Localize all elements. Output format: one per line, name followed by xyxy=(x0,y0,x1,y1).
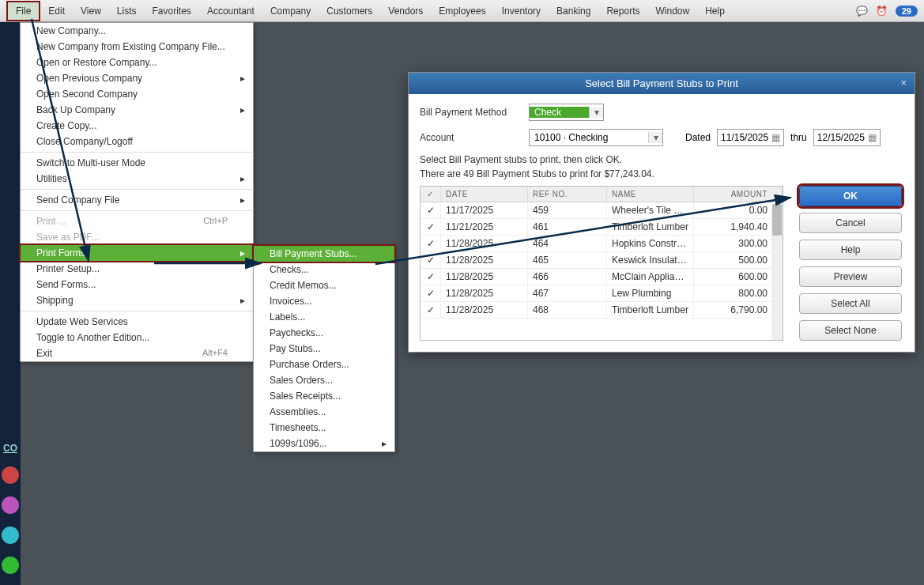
menu-reports[interactable]: Reports xyxy=(598,2,647,20)
dock-co[interactable]: CO xyxy=(3,440,17,457)
table-row[interactable]: ✓ 11/28/2025 465 Keswick Insulation 500.… xyxy=(421,252,783,269)
table-row[interactable]: ✓ 11/28/2025 466 McClain Applianc... 600… xyxy=(421,269,783,285)
file-menu-item[interactable]: Open Previous Company▸ xyxy=(21,70,253,86)
row-date: 11/17/2025 xyxy=(441,202,528,218)
submenu-item[interactable]: Pay Stubs... xyxy=(254,341,394,357)
file-menu-item[interactable]: Create Copy... xyxy=(21,118,253,134)
file-menu-item[interactable]: Open or Restore Company... xyxy=(21,55,253,70)
menu-help[interactable]: Help xyxy=(697,2,733,20)
close-icon[interactable]: × xyxy=(900,77,907,89)
dock-icon-2[interactable] xyxy=(2,496,19,514)
row-check[interactable]: ✓ xyxy=(421,236,441,251)
submenu-item[interactable]: Paychecks... xyxy=(254,325,394,341)
file-menu-item[interactable]: New Company... xyxy=(21,23,253,39)
calendar-icon[interactable]: ▦ xyxy=(868,132,877,143)
col-amount[interactable]: AMOUNT xyxy=(694,187,783,202)
row-check[interactable]: ✓ xyxy=(421,302,441,318)
col-check[interactable]: ✓ xyxy=(421,187,441,202)
table-row[interactable]: ✓ 11/28/2025 468 Timberloft Lumber 6,790… xyxy=(421,302,783,319)
select-none-button[interactable]: Select None xyxy=(799,320,902,341)
date-from-input[interactable]: 11/15/2025 ▦ xyxy=(717,129,784,146)
menu-company[interactable]: Company xyxy=(262,2,319,20)
menu-edit[interactable]: Edit xyxy=(40,2,73,20)
row-check[interactable]: ✓ xyxy=(421,285,441,301)
dock-icon-4[interactable] xyxy=(2,557,19,574)
chat-icon[interactable]: 💬 xyxy=(856,6,868,17)
file-menu-item[interactable]: ExitAlt+F4 xyxy=(21,345,253,361)
submenu-item[interactable]: Invoices... xyxy=(254,293,394,309)
submenu-item[interactable]: Sales Orders... xyxy=(254,372,394,388)
submenu-item[interactable]: Purchase Orders... xyxy=(254,357,394,372)
submenu-item[interactable]: 1099s/1096...▸ xyxy=(254,436,394,451)
row-check[interactable]: ✓ xyxy=(421,269,441,285)
scroll-thumb[interactable] xyxy=(772,204,782,236)
row-check[interactable]: ✓ xyxy=(421,202,441,218)
chevron-down-icon[interactable]: ▾ xyxy=(589,107,603,118)
table-row[interactable]: ✓ 11/21/2025 461 Timberloft Lumber 1,940… xyxy=(421,219,783,236)
file-menu-item: Save as PDF... xyxy=(21,229,253,245)
table-row[interactable]: ✓ 11/17/2025 459 Wheeler's Tile Etc. 0.0… xyxy=(421,202,783,219)
menu-view[interactable]: View xyxy=(73,2,109,20)
row-amount: 500.00 xyxy=(694,252,783,268)
file-menu-item[interactable]: Send Forms... xyxy=(21,277,253,292)
table-row[interactable]: ✓ 11/28/2025 467 Lew Plumbing 800.00 xyxy=(421,285,783,302)
print-forms-submenu: Bill Payment Stubs...Checks...Credit Mem… xyxy=(253,245,395,452)
file-menu-item[interactable]: Back Up Company▸ xyxy=(21,102,253,118)
menu-employees[interactable]: Employees xyxy=(431,2,493,20)
file-menu-item[interactable]: Open Second Company xyxy=(21,86,253,102)
cancel-button[interactable]: Cancel xyxy=(799,213,902,233)
file-menu-item[interactable]: Send Company File▸ xyxy=(21,192,253,208)
col-ref[interactable]: REF NO. xyxy=(528,187,607,202)
scrollbar[interactable] xyxy=(771,204,783,340)
menu-accountant[interactable]: Accountant xyxy=(199,2,262,20)
ok-button[interactable]: OK xyxy=(799,186,902,206)
clock-icon[interactable]: ⏰ xyxy=(876,6,888,17)
table-row[interactable]: ✓ 11/28/2025 464 Hopkins Constru... 300.… xyxy=(421,236,783,252)
menu-inventory[interactable]: Inventory xyxy=(494,2,549,20)
file-menu-item[interactable]: Utilities▸ xyxy=(21,171,253,187)
menu-banking[interactable]: Banking xyxy=(549,2,598,20)
menu-window[interactable]: Window xyxy=(647,2,697,20)
col-name[interactable]: NAME xyxy=(607,187,694,202)
file-menu-item[interactable]: Print Forms▸ xyxy=(21,245,253,261)
submenu-item[interactable]: Checks... xyxy=(254,262,394,277)
menu-file[interactable]: File xyxy=(6,1,40,21)
file-menu-item[interactable]: Shipping▸ xyxy=(21,292,253,308)
chevron-right-icon: ▸ xyxy=(240,247,245,259)
chevron-right-icon: ▸ xyxy=(382,438,387,449)
submenu-item[interactable]: Sales Receipts... xyxy=(254,388,394,404)
menu-lists[interactable]: Lists xyxy=(109,2,145,20)
row-date: 11/28/2025 xyxy=(441,236,528,251)
submenu-item[interactable]: Timesheets... xyxy=(254,420,394,436)
account-combo[interactable]: 10100 · Checking ▾ xyxy=(529,129,663,146)
chevron-down-icon[interactable]: ▾ xyxy=(648,132,662,143)
dock-icon-3[interactable] xyxy=(2,526,19,544)
file-menu-item[interactable]: Close Company/Logoff xyxy=(21,134,253,149)
file-menu-item[interactable]: Update Web Services xyxy=(21,314,253,330)
row-date: 11/28/2025 xyxy=(441,285,528,301)
select-all-button[interactable]: Select All xyxy=(799,293,902,314)
row-check[interactable]: ✓ xyxy=(421,252,441,268)
submenu-item[interactable]: Labels... xyxy=(254,309,394,325)
help-button[interactable]: Help xyxy=(799,240,902,260)
menu-vendors[interactable]: Vendors xyxy=(380,2,431,20)
row-check[interactable]: ✓ xyxy=(421,219,441,235)
menu-customers[interactable]: Customers xyxy=(319,2,380,20)
file-menu-item[interactable]: Switch to Multi-user Mode xyxy=(21,155,253,171)
dock-icon-1[interactable] xyxy=(2,466,19,484)
menu-favorites[interactable]: Favorites xyxy=(145,2,199,20)
col-date[interactable]: DATE xyxy=(441,187,528,202)
date-to-input[interactable]: 12/15/2025 ▦ xyxy=(813,129,881,146)
submenu-item[interactable]: Credit Memos... xyxy=(254,277,394,293)
payment-method-combo[interactable]: Check ▾ xyxy=(529,104,604,121)
submenu-item[interactable]: Assemblies... xyxy=(254,404,394,420)
file-menu-item[interactable]: New Company from Existing Company File..… xyxy=(21,39,253,55)
calendar-icon[interactable]: ▦ xyxy=(771,132,780,143)
file-menu-item[interactable]: Printer Setup... xyxy=(21,261,253,277)
preview-button[interactable]: Preview xyxy=(799,266,902,287)
row-amount: 0.00 xyxy=(694,202,783,218)
reminder-badge[interactable]: 29 xyxy=(896,6,918,17)
file-menu-item[interactable]: Toggle to Another Edition... xyxy=(21,330,253,345)
row-ref: 466 xyxy=(528,269,607,285)
submenu-item[interactable]: Bill Payment Stubs... xyxy=(254,246,394,262)
